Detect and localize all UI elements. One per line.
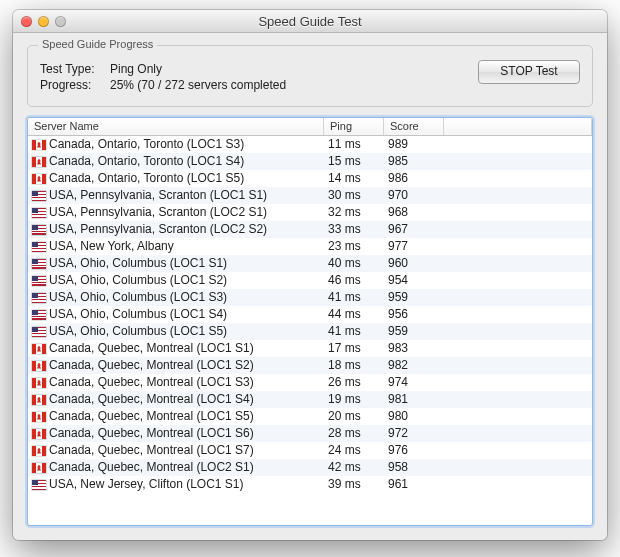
table-row[interactable]: USA, New York, Albany23 ms977	[28, 238, 592, 255]
table-row[interactable]: Canada, Ontario, Toronto (LOC1 S5)14 ms9…	[28, 170, 592, 187]
table-header: Server Name Ping Score	[28, 118, 592, 136]
score-cell: 959	[384, 323, 444, 340]
ping-cell: 42 ms	[324, 459, 384, 476]
server-name-text: Canada, Ontario, Toronto (LOC1 S3)	[49, 136, 244, 153]
canada-flag-icon	[32, 446, 46, 456]
server-name-cell: Canada, Quebec, Montreal (LOC1 S4)	[28, 391, 324, 408]
table-row[interactable]: USA, Ohio, Columbus (LOC1 S1)40 ms960	[28, 255, 592, 272]
table-row[interactable]: USA, Pennsylvania, Scranton (LOC2 S1)32 …	[28, 204, 592, 221]
usa-flag-icon	[32, 208, 46, 218]
ping-cell: 46 ms	[324, 272, 384, 289]
table-row[interactable]: Canada, Quebec, Montreal (LOC2 S1)42 ms9…	[28, 459, 592, 476]
usa-flag-icon	[32, 259, 46, 269]
table-row[interactable]: Canada, Ontario, Toronto (LOC1 S4)15 ms9…	[28, 153, 592, 170]
ping-cell: 40 ms	[324, 255, 384, 272]
server-name-text: Canada, Quebec, Montreal (LOC1 S3)	[49, 374, 254, 391]
server-name-text: Canada, Quebec, Montreal (LOC1 S5)	[49, 408, 254, 425]
score-cell: 982	[384, 357, 444, 374]
usa-flag-icon	[32, 327, 46, 337]
score-cell: 959	[384, 289, 444, 306]
titlebar[interactable]: Speed Guide Test	[13, 10, 607, 33]
table-row[interactable]: Canada, Ontario, Toronto (LOC1 S3)11 ms9…	[28, 136, 592, 153]
table-row[interactable]: USA, Ohio, Columbus (LOC1 S2)46 ms954	[28, 272, 592, 289]
column-header-ping[interactable]: Ping	[324, 118, 384, 135]
server-name-text: USA, New Jersey, Clifton (LOC1 S1)	[49, 476, 244, 493]
server-name-cell: Canada, Quebec, Montreal (LOC1 S7)	[28, 442, 324, 459]
score-cell: 985	[384, 153, 444, 170]
ping-cell: 19 ms	[324, 391, 384, 408]
server-name-cell: USA, New York, Albany	[28, 238, 324, 255]
usa-flag-icon	[32, 276, 46, 286]
canada-flag-icon	[32, 174, 46, 184]
column-header-score[interactable]: Score	[384, 118, 444, 135]
server-name-text: USA, Ohio, Columbus (LOC1 S4)	[49, 306, 227, 323]
table-row[interactable]: Canada, Quebec, Montreal (LOC1 S1)17 ms9…	[28, 340, 592, 357]
close-icon[interactable]	[21, 16, 32, 27]
server-name-text: USA, Ohio, Columbus (LOC1 S5)	[49, 323, 227, 340]
table-row[interactable]: USA, Ohio, Columbus (LOC1 S5)41 ms959	[28, 323, 592, 340]
server-name-cell: USA, Ohio, Columbus (LOC1 S2)	[28, 272, 324, 289]
table-body[interactable]: Canada, Ontario, Toronto (LOC1 S3)11 ms9…	[28, 136, 592, 525]
score-cell: 976	[384, 442, 444, 459]
ping-cell: 41 ms	[324, 289, 384, 306]
progress-value: 25% (70 / 272 servers completed	[110, 78, 286, 92]
zoom-icon[interactable]	[55, 16, 66, 27]
table-row[interactable]: Canada, Quebec, Montreal (LOC1 S3)26 ms9…	[28, 374, 592, 391]
server-name-text: USA, Pennsylvania, Scranton (LOC2 S2)	[49, 221, 267, 238]
canada-flag-icon	[32, 429, 46, 439]
score-cell: 977	[384, 238, 444, 255]
server-name-cell: USA, Ohio, Columbus (LOC1 S5)	[28, 323, 324, 340]
score-cell: 968	[384, 204, 444, 221]
canada-flag-icon	[32, 140, 46, 150]
table-row[interactable]: USA, Ohio, Columbus (LOC1 S4)44 ms956	[28, 306, 592, 323]
server-name-text: Canada, Ontario, Toronto (LOC1 S4)	[49, 153, 244, 170]
traffic-lights	[21, 16, 66, 27]
table-row[interactable]: USA, Pennsylvania, Scranton (LOC2 S2)33 …	[28, 221, 592, 238]
ping-cell: 33 ms	[324, 221, 384, 238]
server-name-cell: USA, New Jersey, Clifton (LOC1 S1)	[28, 476, 324, 493]
server-name-cell: USA, Ohio, Columbus (LOC1 S1)	[28, 255, 324, 272]
table-row[interactable]: USA, New Jersey, Clifton (LOC1 S1)39 ms9…	[28, 476, 592, 493]
score-cell: 981	[384, 391, 444, 408]
server-name-cell: USA, Ohio, Columbus (LOC1 S4)	[28, 306, 324, 323]
table-row[interactable]: USA, Pennsylvania, Scranton (LOC1 S1)30 …	[28, 187, 592, 204]
server-table: Server Name Ping Score Canada, Ontario, …	[27, 117, 593, 526]
ping-cell: 15 ms	[324, 153, 384, 170]
score-cell: 972	[384, 425, 444, 442]
canada-flag-icon	[32, 361, 46, 371]
table-row[interactable]: Canada, Quebec, Montreal (LOC1 S5)20 ms9…	[28, 408, 592, 425]
column-header-server-name[interactable]: Server Name	[28, 118, 324, 135]
server-name-text: USA, Ohio, Columbus (LOC1 S2)	[49, 272, 227, 289]
table-row[interactable]: Canada, Quebec, Montreal (LOC1 S6)28 ms9…	[28, 425, 592, 442]
score-cell: 970	[384, 187, 444, 204]
score-cell: 983	[384, 340, 444, 357]
stop-test-button[interactable]: STOP Test	[478, 60, 580, 84]
table-row[interactable]: Canada, Quebec, Montreal (LOC1 S7)24 ms9…	[28, 442, 592, 459]
usa-flag-icon	[32, 480, 46, 490]
server-name-text: USA, Ohio, Columbus (LOC1 S1)	[49, 255, 227, 272]
canada-flag-icon	[32, 412, 46, 422]
server-name-cell: Canada, Ontario, Toronto (LOC1 S3)	[28, 136, 324, 153]
server-name-text: USA, Ohio, Columbus (LOC1 S3)	[49, 289, 227, 306]
server-name-text: Canada, Quebec, Montreal (LOC1 S4)	[49, 391, 254, 408]
server-name-text: USA, New York, Albany	[49, 238, 174, 255]
score-cell: 974	[384, 374, 444, 391]
table-row[interactable]: Canada, Quebec, Montreal (LOC1 S4)19 ms9…	[28, 391, 592, 408]
server-name-text: Canada, Quebec, Montreal (LOC1 S7)	[49, 442, 254, 459]
usa-flag-icon	[32, 242, 46, 252]
minimize-icon[interactable]	[38, 16, 49, 27]
score-cell: 980	[384, 408, 444, 425]
usa-flag-icon	[32, 293, 46, 303]
ping-cell: 26 ms	[324, 374, 384, 391]
server-name-text: USA, Pennsylvania, Scranton (LOC2 S1)	[49, 204, 267, 221]
server-name-cell: Canada, Quebec, Montreal (LOC1 S2)	[28, 357, 324, 374]
ping-cell: 18 ms	[324, 357, 384, 374]
server-name-cell: Canada, Ontario, Toronto (LOC1 S4)	[28, 153, 324, 170]
server-name-cell: USA, Pennsylvania, Scranton (LOC2 S1)	[28, 204, 324, 221]
table-row[interactable]: USA, Ohio, Columbus (LOC1 S3)41 ms959	[28, 289, 592, 306]
ping-cell: 39 ms	[324, 476, 384, 493]
server-name-cell: USA, Pennsylvania, Scranton (LOC1 S1)	[28, 187, 324, 204]
window-content: Speed Guide Progress Test Type: Ping Onl…	[13, 33, 607, 540]
table-row[interactable]: Canada, Quebec, Montreal (LOC1 S2)18 ms9…	[28, 357, 592, 374]
progress-group: Speed Guide Progress Test Type: Ping Onl…	[27, 45, 593, 107]
